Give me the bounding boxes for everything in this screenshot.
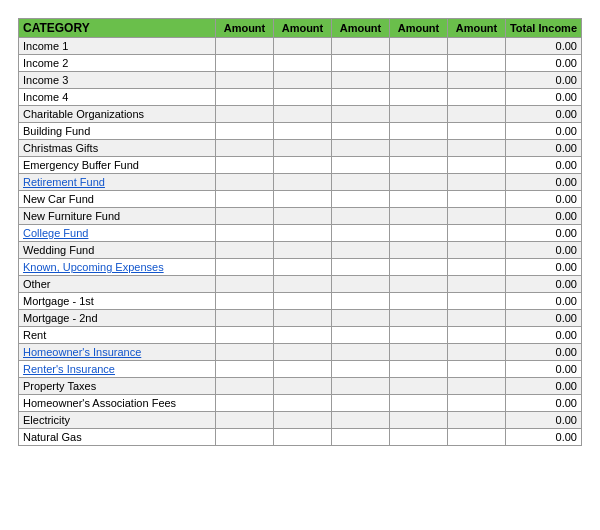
amount-cell[interactable] <box>331 157 389 174</box>
amount-cell[interactable] <box>447 412 505 429</box>
amount-cell[interactable] <box>389 242 447 259</box>
amount-cell[interactable] <box>215 412 273 429</box>
amount-cell[interactable] <box>331 225 389 242</box>
amount-cell[interactable] <box>273 327 331 344</box>
amount-cell[interactable] <box>331 191 389 208</box>
amount-cell[interactable] <box>447 242 505 259</box>
amount-cell[interactable] <box>447 276 505 293</box>
amount-cell[interactable] <box>215 123 273 140</box>
amount-cell[interactable] <box>331 242 389 259</box>
amount-cell[interactable] <box>273 106 331 123</box>
amount-cell[interactable] <box>215 327 273 344</box>
amount-cell[interactable] <box>331 361 389 378</box>
amount-cell[interactable] <box>447 157 505 174</box>
amount-cell[interactable] <box>273 72 331 89</box>
amount-cell[interactable] <box>215 242 273 259</box>
amount-cell[interactable] <box>389 429 447 446</box>
amount-cell[interactable] <box>331 276 389 293</box>
amount-cell[interactable] <box>273 259 331 276</box>
amount-cell[interactable] <box>447 395 505 412</box>
amount-cell[interactable] <box>273 208 331 225</box>
amount-cell[interactable] <box>389 310 447 327</box>
amount-cell[interactable] <box>215 174 273 191</box>
amount-cell[interactable] <box>447 327 505 344</box>
amount-cell[interactable] <box>389 140 447 157</box>
amount-cell[interactable] <box>447 174 505 191</box>
amount-cell[interactable] <box>331 208 389 225</box>
amount-cell[interactable] <box>331 344 389 361</box>
amount-cell[interactable] <box>215 106 273 123</box>
amount-cell[interactable] <box>389 123 447 140</box>
amount-cell[interactable] <box>389 412 447 429</box>
amount-cell[interactable] <box>389 259 447 276</box>
amount-cell[interactable] <box>273 310 331 327</box>
amount-cell[interactable] <box>331 123 389 140</box>
amount-cell[interactable] <box>447 310 505 327</box>
amount-cell[interactable] <box>273 412 331 429</box>
amount-cell[interactable] <box>389 361 447 378</box>
amount-cell[interactable] <box>447 38 505 55</box>
amount-cell[interactable] <box>215 293 273 310</box>
amount-cell[interactable] <box>447 429 505 446</box>
amount-cell[interactable] <box>331 259 389 276</box>
amount-cell[interactable] <box>447 361 505 378</box>
amount-cell[interactable] <box>331 310 389 327</box>
amount-cell[interactable] <box>273 123 331 140</box>
amount-cell[interactable] <box>215 395 273 412</box>
amount-cell[interactable] <box>215 429 273 446</box>
amount-cell[interactable] <box>447 123 505 140</box>
amount-cell[interactable] <box>273 361 331 378</box>
amount-cell[interactable] <box>273 293 331 310</box>
amount-cell[interactable] <box>215 259 273 276</box>
amount-cell[interactable] <box>389 38 447 55</box>
amount-cell[interactable] <box>331 89 389 106</box>
amount-cell[interactable] <box>215 140 273 157</box>
amount-cell[interactable] <box>215 38 273 55</box>
amount-cell[interactable] <box>447 89 505 106</box>
amount-cell[interactable] <box>389 395 447 412</box>
amount-cell[interactable] <box>273 140 331 157</box>
amount-cell[interactable] <box>215 89 273 106</box>
amount-cell[interactable] <box>331 140 389 157</box>
amount-cell[interactable] <box>389 225 447 242</box>
amount-cell[interactable] <box>331 378 389 395</box>
amount-cell[interactable] <box>273 429 331 446</box>
amount-cell[interactable] <box>331 293 389 310</box>
amount-cell[interactable] <box>215 378 273 395</box>
amount-cell[interactable] <box>447 191 505 208</box>
amount-cell[interactable] <box>389 344 447 361</box>
amount-cell[interactable] <box>447 259 505 276</box>
amount-cell[interactable] <box>215 344 273 361</box>
amount-cell[interactable] <box>215 276 273 293</box>
amount-cell[interactable] <box>273 174 331 191</box>
amount-cell[interactable] <box>447 344 505 361</box>
amount-cell[interactable] <box>389 378 447 395</box>
amount-cell[interactable] <box>447 72 505 89</box>
amount-cell[interactable] <box>215 72 273 89</box>
amount-cell[interactable] <box>389 174 447 191</box>
amount-cell[interactable] <box>215 225 273 242</box>
amount-cell[interactable] <box>273 242 331 259</box>
amount-cell[interactable] <box>331 327 389 344</box>
amount-cell[interactable] <box>273 191 331 208</box>
amount-cell[interactable] <box>273 225 331 242</box>
amount-cell[interactable] <box>273 276 331 293</box>
amount-cell[interactable] <box>215 208 273 225</box>
amount-cell[interactable] <box>331 106 389 123</box>
amount-cell[interactable] <box>447 293 505 310</box>
amount-cell[interactable] <box>447 140 505 157</box>
amount-cell[interactable] <box>447 378 505 395</box>
amount-cell[interactable] <box>389 106 447 123</box>
amount-cell[interactable] <box>215 361 273 378</box>
amount-cell[interactable] <box>389 276 447 293</box>
amount-cell[interactable] <box>331 174 389 191</box>
amount-cell[interactable] <box>389 55 447 72</box>
amount-cell[interactable] <box>389 72 447 89</box>
amount-cell[interactable] <box>389 327 447 344</box>
amount-cell[interactable] <box>331 395 389 412</box>
amount-cell[interactable] <box>447 106 505 123</box>
amount-cell[interactable] <box>273 344 331 361</box>
amount-cell[interactable] <box>215 157 273 174</box>
amount-cell[interactable] <box>447 55 505 72</box>
amount-cell[interactable] <box>389 293 447 310</box>
